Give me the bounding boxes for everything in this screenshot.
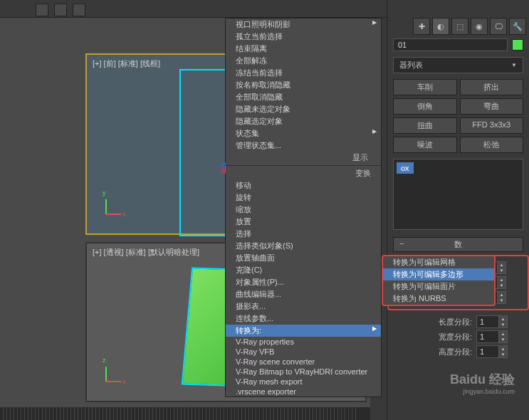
watermark: Baidu 经验 jingyan.baidu.com [450, 371, 515, 395]
object-color-swatch[interactable] [512, 39, 523, 51]
menu-item[interactable]: 曲线编辑器... [226, 288, 381, 300]
modifier-stack[interactable]: ox [393, 159, 523, 230]
bend-button[interactable]: 弯曲 [460, 98, 524, 115]
menu-item[interactable]: 克隆(C) [226, 264, 381, 276]
spinner-down-icon[interactable]: ▼ [498, 322, 507, 327]
axis-gizmo: y x [93, 199, 121, 228]
bevel-button[interactable]: 倒角 [393, 98, 457, 115]
menu-item[interactable]: 隐藏选定对象 [226, 115, 381, 127]
segments-group: 长度分段: ▲▼ 宽度分段: ▲▼ 高度分段: ▲▼ [387, 310, 529, 363]
spinner-down-icon[interactable]: ▼ [498, 337, 507, 342]
menu-item[interactable]: 孤立当前选择 [226, 31, 381, 43]
modify-tab-icon[interactable]: ◐ [432, 18, 449, 35]
menu-item[interactable]: 移动 [226, 179, 381, 191]
spinner-up-icon[interactable]: ▲ [497, 277, 506, 283]
menu-item[interactable]: 转换为可编辑多边形 [383, 268, 494, 280]
twist-button[interactable]: 扭曲 [393, 117, 457, 134]
transform-toggle[interactable]: 变换 [355, 168, 371, 179]
create-tab-icon[interactable]: ✚ [413, 18, 430, 35]
menu-item[interactable]: 选择类似对象(S) [226, 240, 381, 252]
context-menu: 视口照明和阴影孤立当前选择结束隔离全部解冻冻结当前选择按名称取消隐藏全部取消隐藏… [225, 18, 382, 397]
length-seg-input[interactable] [477, 316, 498, 327]
viewport-label[interactable]: [+] [透视] [标准] [默认明暗处理] [93, 247, 199, 258]
menu-item[interactable]: 冻结当前选择 [226, 67, 381, 79]
menu-item[interactable]: 放置 [226, 216, 381, 228]
menu-item[interactable]: .vrscene exporter [226, 387, 381, 397]
object-name-input[interactable] [393, 38, 508, 51]
spinner-up-icon[interactable]: ▲ [497, 292, 506, 298]
menu-item[interactable]: 选择 [226, 228, 381, 240]
menu-item[interactable]: 转换为可编辑面片 [383, 280, 494, 293]
menu-item[interactable]: V-Ray Bitmap to VRayHDRI converter [226, 367, 381, 377]
display-tab-icon[interactable]: 🖵 [490, 18, 507, 35]
parameters-rollout[interactable]: 数 [393, 237, 523, 252]
menu-item[interactable]: V-Ray VFB [226, 347, 381, 357]
menu-item[interactable]: 结束隔离 [226, 43, 381, 55]
spinner-up-icon[interactable]: ▲ [497, 262, 506, 268]
menu-item[interactable]: 转换为 NURBS [383, 293, 494, 305]
spinner-up-icon[interactable]: ▲ [498, 346, 507, 352]
menu-item[interactable]: 缩放 [226, 204, 381, 216]
spinner-down-icon[interactable]: ▼ [498, 352, 507, 357]
lathe-button[interactable]: 车削 [393, 79, 457, 95]
menu-item[interactable]: 状态集 [226, 127, 381, 140]
length-seg-label: 长度分段: [429, 317, 472, 327]
menu-item[interactable]: 按名称取消隐藏 [226, 79, 381, 91]
axis-gizmo: z x [93, 367, 121, 395]
menu-item[interactable]: 全部取消隐藏 [226, 91, 381, 103]
menu-item[interactable]: 旋转 [226, 191, 381, 204]
menu-item[interactable]: 连线参数... [226, 313, 381, 325]
toolbar-icon[interactable] [73, 4, 85, 16]
convert-to-submenu: 转换为可编辑网格转换为可编辑多边形转换为可编辑面片转换为 NURBS [382, 255, 496, 306]
command-panel: ✚ ◐ ⬚ ◉ 🖵 🔧 器列表 车削 挤出 倒角 弯曲 扭曲 FFD 3x3x3… [387, 0, 529, 420]
relax-button[interactable]: 松弛 [460, 137, 524, 153]
spinner-down-icon[interactable]: ▼ [497, 283, 506, 288]
menu-item[interactable]: V-Ray properties [226, 337, 381, 347]
menu-item[interactable]: 隐藏未选定对象 [226, 103, 381, 115]
height-seg-label: 高度分段: [429, 347, 472, 357]
ffd-button[interactable]: FFD 3x3x3 [460, 117, 524, 134]
menu-item[interactable]: 转换为可编辑网格 [383, 256, 494, 268]
spinner-down-icon[interactable]: ▼ [497, 298, 506, 303]
modifier-buttons: 车削 挤出 倒角 弯曲 扭曲 FFD 3x3x3 噪波 松弛 [387, 76, 529, 156]
menu-item[interactable]: 管理状态集... [226, 140, 381, 152]
height-seg-input[interactable] [477, 346, 498, 357]
menu-item[interactable]: 摄影表... [226, 300, 381, 313]
spinner-down-icon[interactable]: ▼ [497, 268, 506, 273]
menu-item[interactable]: V-Ray scene converter [226, 357, 381, 367]
menu-item[interactable]: 放置轴曲面 [226, 252, 381, 264]
menu-item[interactable]: 视口照明和阴影 [226, 19, 381, 31]
panel-tabs: ✚ ◐ ⬚ ◉ 🖵 🔧 [413, 18, 526, 35]
toolbar-icon[interactable] [36, 4, 48, 16]
extrude-button[interactable]: 挤出 [460, 79, 524, 95]
toolbar-icon[interactable] [54, 4, 67, 16]
menu-item[interactable]: V-Ray mesh export [226, 377, 381, 387]
viewport-label[interactable]: [+] [前] [标准] [线框] [93, 58, 160, 69]
modifier-list-dropdown[interactable]: 器列表 [393, 57, 523, 73]
hierarchy-tab-icon[interactable]: ⬚ [451, 18, 468, 35]
menu-item[interactable]: 对象属性(P)... [226, 276, 381, 288]
timeline[interactable] [0, 407, 370, 420]
width-seg-input[interactable] [477, 331, 498, 342]
stack-item-box[interactable]: ox [397, 162, 414, 174]
menu-item[interactable]: 全部解冻 [226, 55, 381, 67]
menu-item[interactable]: 转换为: [226, 325, 381, 337]
display-toggle[interactable]: 显示 [352, 152, 368, 163]
motion-tab-icon[interactable]: ◉ [471, 18, 488, 35]
noise-button[interactable]: 噪波 [393, 137, 457, 153]
utilities-tab-icon[interactable]: 🔧 [509, 18, 526, 35]
spinner-up-icon[interactable]: ▲ [498, 316, 507, 322]
spinner-up-icon[interactable]: ▲ [498, 331, 507, 337]
width-seg-label: 宽度分段: [429, 332, 472, 342]
